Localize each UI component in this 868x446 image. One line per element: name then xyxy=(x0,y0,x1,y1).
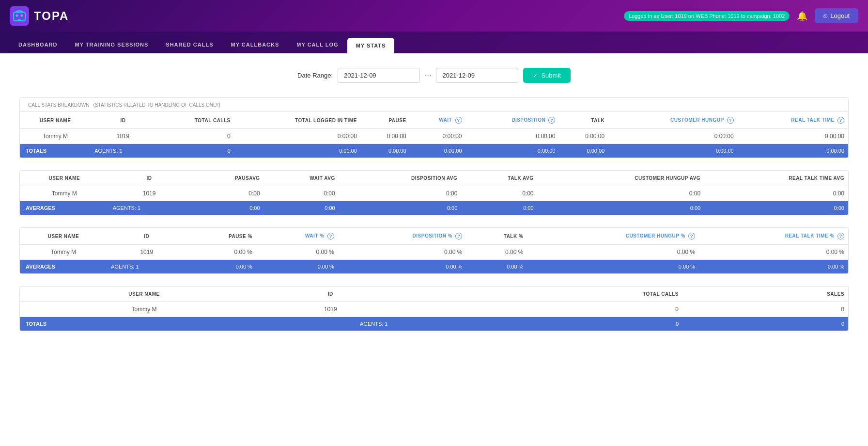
stats-table-3-header: USER NAME ID PAUSE % WAIT % ? DISPOSITIO… xyxy=(20,228,848,245)
sales-totals-agents: AGENTS: 1 xyxy=(268,317,393,331)
sales-totals-total-calls: 0 xyxy=(393,317,683,331)
sales-totals-sales: 0 xyxy=(682,317,848,331)
bell-icon[interactable]: 🔔 xyxy=(797,11,807,21)
cell-real-talk: 0:00:00 xyxy=(738,129,848,144)
tab-my-call-log[interactable]: MY CALL LOG xyxy=(288,37,347,53)
table-row: Tommy M 1019 0.00 % 0.00 % 0.00 % 0.00 %… xyxy=(20,245,848,260)
tab-my-stats[interactable]: MY STATS xyxy=(347,38,395,53)
cell2-real-talk-avg: 0:00 xyxy=(704,186,848,201)
col3-cust-hung-pct: CUSTOMER HUNGUP % ? xyxy=(527,228,699,245)
cell2-user-name: Tommy M xyxy=(20,186,109,201)
pct-averages-disp: 0.00 % xyxy=(338,260,466,274)
tab-dashboard[interactable]: DASHBOARD xyxy=(10,37,66,53)
cell-talk: 0:00:00 xyxy=(559,129,608,144)
stats-table-2: USER NAME ID PAUSAVG WAIT AVG DISPOSITIO… xyxy=(20,171,848,215)
cell2-pausavg: 0:00 xyxy=(189,186,264,201)
col-id: ID xyxy=(91,112,155,129)
col2-disp-avg: DISPOSITION AVG xyxy=(339,171,462,186)
start-date-input[interactable] xyxy=(338,68,420,83)
section-call-stats: CALL STATS BREAKDOWN (STATISTICS RELATED… xyxy=(19,97,849,158)
svg-rect-0 xyxy=(14,12,25,21)
col-customer-hungup: CUSTOMER HUNGUP ? xyxy=(608,112,738,129)
averages-pausavg: 0:00 xyxy=(189,201,264,215)
cell3-pause-pct: 0.00 % xyxy=(186,245,256,260)
logout-button[interactable]: ⎋ Logout xyxy=(815,8,858,23)
cell3-real-talk-pct: 0.00 % xyxy=(699,245,848,260)
cell4-user-name: Tommy M xyxy=(20,302,268,317)
table-row: Tommy M 1019 0 0 xyxy=(20,302,848,317)
header-right: Logged in as User: 1019 on WEB Phone: 10… xyxy=(624,8,858,23)
customer-hungup-info-icon[interactable]: ? xyxy=(727,117,734,124)
totals-wait: 0:00:00 xyxy=(410,144,466,158)
pct-averages-real-talk: 0.00 % xyxy=(699,260,848,274)
disposition-info-icon[interactable]: ? xyxy=(548,117,555,124)
cell3-wait-pct: 0.00 % xyxy=(256,245,338,260)
submit-button[interactable]: ✓ Submit xyxy=(523,68,570,83)
logout-icon: ⎋ xyxy=(823,12,827,19)
col-real-talk-time: REAL TALK TIME ? xyxy=(738,112,848,129)
pct-averages-cust-hung: 0.00 % xyxy=(527,260,699,274)
end-date-input[interactable] xyxy=(436,68,518,83)
col3-wait-pct: WAIT % ? xyxy=(256,228,338,245)
totals-agents: AGENTS: 1 xyxy=(91,144,155,158)
section-averages: USER NAME ID PAUSAVG WAIT AVG DISPOSITIO… xyxy=(19,170,849,215)
tab-shared-calls[interactable]: SHARED CALLS xyxy=(157,37,222,53)
section-sales: USER NAME ID TOTAL CALLS SALES Tommy M 1… xyxy=(19,286,849,331)
disp-pct-info-icon[interactable]: ? xyxy=(455,233,462,239)
cell4-id: 1019 xyxy=(268,302,393,317)
col3-user-name: USER NAME xyxy=(20,228,107,245)
stats-table-4: USER NAME ID TOTAL CALLS SALES Tommy M 1… xyxy=(20,287,848,331)
cell4-total-calls: 0 xyxy=(393,302,683,317)
logo-text: TOPA xyxy=(34,9,69,23)
stats-table-1-header: USER NAME ID TOTAL CALLS TOTAL LOGGED IN… xyxy=(20,112,848,129)
cell2-disp-avg: 0:00 xyxy=(339,186,462,201)
stats-table-2-header: USER NAME ID PAUSAVG WAIT AVG DISPOSITIO… xyxy=(20,171,848,186)
averages-talk-avg: 0:00 xyxy=(461,201,537,215)
col2-real-talk-avg: REAL TALK TIME AVG xyxy=(704,171,848,186)
svg-point-2 xyxy=(21,14,23,16)
cell3-disp-pct: 0.00 % xyxy=(338,245,466,260)
real-talk-pct-info-icon[interactable]: ? xyxy=(837,233,844,239)
averages-row: AVERAGES AGENTS: 1 0:00 0:00 0:00 0:00 0… xyxy=(20,201,848,215)
wait-pct-info-icon[interactable]: ? xyxy=(327,233,334,239)
totals-talk: 0:00:00 xyxy=(559,144,608,158)
col-user-name: USER NAME xyxy=(20,112,91,129)
cell3-id: 1019 xyxy=(107,245,186,260)
cell3-cust-hung-pct: 0.00 % xyxy=(527,245,699,260)
col-talk: TALK xyxy=(559,112,608,129)
cell3-talk-pct: 0.00 % xyxy=(466,245,527,260)
cell-total-logged: 0:00:00 xyxy=(234,129,361,144)
logo-icon xyxy=(10,6,29,26)
tab-my-training-sessions[interactable]: MY TRAINING SESSIONS xyxy=(66,37,157,53)
averages-real-talk-avg: 0:00 xyxy=(704,201,848,215)
date-range-row: Date Range: ··· ✓ Submit xyxy=(19,68,849,83)
col3-real-talk-pct: REAL TALK TIME % ? xyxy=(699,228,848,245)
pct-averages-wait: 0.00 % xyxy=(256,260,338,274)
svg-point-1 xyxy=(16,14,18,16)
main-content: Date Range: ··· ✓ Submit CALL STATS BREA… xyxy=(0,53,868,446)
nav-bar: DASHBOARD MY TRAINING SESSIONS SHARED CA… xyxy=(0,32,868,53)
table-row: Tommy M 1019 0:00 0:00 0:00 0:00 0:00 0:… xyxy=(20,186,848,201)
totals-real-talk: 0:00:00 xyxy=(738,144,848,158)
sales-totals-row: TOTALS AGENTS: 1 0 0 xyxy=(20,317,848,331)
section-percentages: USER NAME ID PAUSE % WAIT % ? DISPOSITIO… xyxy=(19,227,849,274)
col-total-logged: TOTAL LOGGED IN TIME xyxy=(234,112,361,129)
col3-talk-pct: TALK % xyxy=(466,228,527,245)
averages-label: AVERAGES xyxy=(20,201,109,215)
logo: TOPA xyxy=(10,6,69,26)
col2-id: ID xyxy=(109,171,190,186)
totals-label: TOTALS xyxy=(20,144,91,158)
cell-user-name: Tommy M xyxy=(20,129,91,144)
col3-pause-pct: PAUSE % xyxy=(186,228,256,245)
wait-info-icon[interactable]: ? xyxy=(455,117,462,124)
real-talk-info-icon[interactable]: ? xyxy=(837,117,844,124)
stats-table-4-header: USER NAME ID TOTAL CALLS SALES xyxy=(20,287,848,302)
cell2-talk-avg: 0:00 xyxy=(461,186,537,201)
totals-disposition: 0:00:00 xyxy=(466,144,559,158)
col2-pausavg: PAUSAVG xyxy=(189,171,264,186)
cust-hung-pct-info-icon[interactable]: ? xyxy=(688,233,695,239)
col3-disp-pct: DISPOSITION % ? xyxy=(338,228,466,245)
col4-user-name: USER NAME xyxy=(20,287,268,302)
totals-customer-hungup: 0:00:00 xyxy=(608,144,738,158)
tab-my-callbacks[interactable]: MY CALLBACKS xyxy=(222,37,288,53)
